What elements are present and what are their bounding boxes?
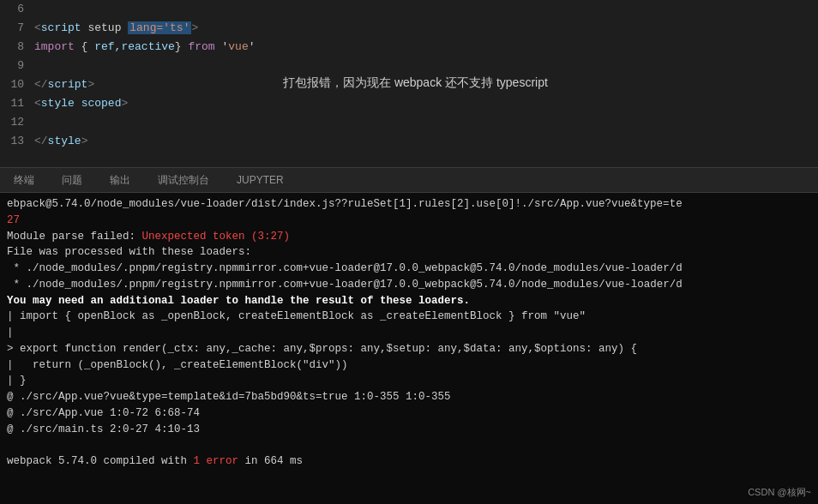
terminal-area: ebpack@5.74.0/node_modules/vue-loader/di… xyxy=(0,193,818,504)
code-line-7: 7 <script setup lang='ts'> xyxy=(0,19,818,38)
code-line-9: 9 xyxy=(0,57,818,75)
terminal-line-5: * ./node_modules/.pnpm/registry.npmmirro… xyxy=(7,261,811,277)
tab-jupyter[interactable]: JUPYTER xyxy=(230,171,291,189)
terminal-line-compiled: webpack 5.74.0 compiled with 1 error in … xyxy=(7,453,811,470)
code-line-12: 12 xyxy=(0,113,818,132)
terminal-line-4: File was processed with these loaders: xyxy=(7,244,811,261)
watermark: CSDN @核网~ xyxy=(748,486,811,499)
terminal-line-2: 27 xyxy=(7,213,811,229)
terminal-line-9: | xyxy=(7,325,811,341)
code-line-8: 8 import { ref,reactive} from 'vue' xyxy=(0,38,818,57)
tab-problems[interactable]: 问题 xyxy=(55,170,89,191)
terminal-line-3: Module parse failed: Unexpected token (3… xyxy=(7,229,811,245)
terminal-line-blank xyxy=(7,437,811,453)
terminal-line-11: | return (_openBlock(), _createElementBl… xyxy=(7,357,811,374)
line-content-7: <script setup lang='ts'> xyxy=(34,19,818,38)
line-number-7: 7 xyxy=(0,19,34,38)
terminal-line-8: | import { openBlock as _openBlock, crea… xyxy=(7,309,811,325)
code-line-13: 13 </style> xyxy=(0,132,818,151)
line-content-8: import { ref,reactive} from 'vue' xyxy=(34,38,818,57)
code-line-6: 6 xyxy=(0,0,818,19)
line-number-10: 10 xyxy=(0,75,34,94)
line-content-13: </style> xyxy=(34,132,818,151)
line-number-13: 13 xyxy=(0,132,34,151)
terminal-line-1: ebpack@5.74.0/node_modules/vue-loader/di… xyxy=(7,196,811,213)
line-number-9: 9 xyxy=(0,57,34,75)
terminal-line-15: @ ./src/main.ts 2:0-27 4:10-13 xyxy=(7,422,811,438)
code-line-11: 11 <style scoped> xyxy=(0,94,818,113)
tab-bar: 终端 问题 输出 调试控制台 JUPYTER xyxy=(0,167,818,193)
line-number-11: 11 xyxy=(0,94,34,113)
terminal-line-7: You may need an additional loader to han… xyxy=(7,293,811,309)
line-number-6: 6 xyxy=(0,0,34,19)
editor-area: 6 7 <script setup lang='ts'> 8 import { … xyxy=(0,0,818,167)
terminal-line-12: | } xyxy=(7,373,811,389)
line-number-12: 12 xyxy=(0,113,34,132)
terminal-line-13: @ ./src/App.vue?vue&type=template&id=7ba… xyxy=(7,389,811,405)
line-number-8: 8 xyxy=(0,38,34,57)
tab-output[interactable]: 输出 xyxy=(103,170,137,191)
annotation: 打包报错，因为现在 webpack 还不支持 typescript xyxy=(283,75,548,91)
tab-terminal[interactable]: 终端 xyxy=(7,170,41,191)
tab-debug-console[interactable]: 调试控制台 xyxy=(151,170,216,191)
terminal-line-14: @ ./src/App.vue 1:0-72 6:68-74 xyxy=(7,405,811,422)
terminal-line-6: * ./node_modules/.pnpm/registry.npmmirro… xyxy=(7,277,811,293)
terminal-line-10: > export function render(_ctx: any,_cach… xyxy=(7,341,811,357)
line-content-11: <style scoped> xyxy=(34,94,818,113)
